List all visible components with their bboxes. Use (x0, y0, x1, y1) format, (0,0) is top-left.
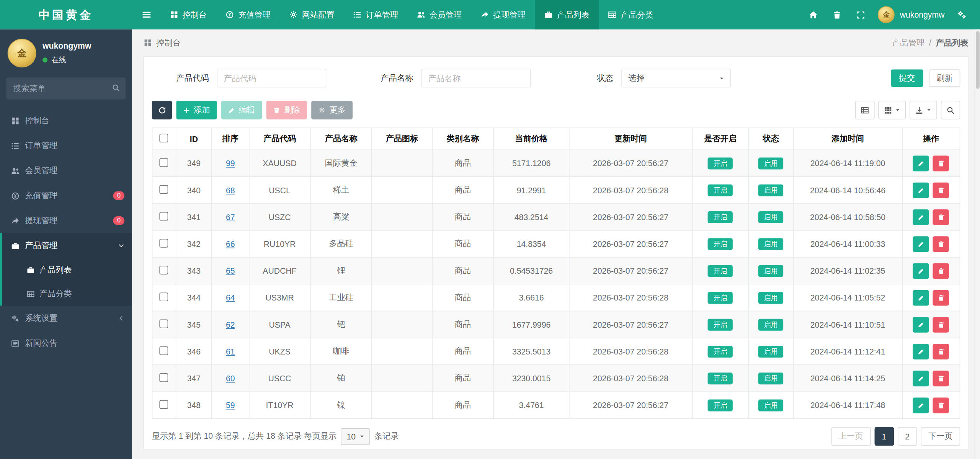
topnav-item-console[interactable]: 控制台 (161, 0, 216, 29)
refresh-button[interactable]: 刷新 (929, 69, 960, 87)
column-header-10[interactable]: 添加时间 (793, 128, 902, 150)
more-button[interactable]: 更多 (311, 101, 353, 119)
row-checkbox[interactable] (160, 346, 168, 355)
sort-link[interactable]: 62 (226, 320, 235, 329)
product-code-input[interactable] (217, 69, 327, 88)
row-delete-button[interactable] (933, 209, 949, 225)
page-button-page-2[interactable]: 2 (898, 427, 917, 446)
column-header-8[interactable]: 是否开启 (692, 128, 748, 150)
sort-link[interactable]: 64 (226, 293, 235, 302)
edit-button[interactable]: 编辑 (221, 101, 262, 119)
sidebar-item-orders[interactable]: 订单管理 (0, 133, 132, 158)
topnav-item-orders[interactable]: 订单管理 (344, 0, 408, 29)
row-edit-button[interactable] (913, 155, 929, 171)
fullscreen-button[interactable] (849, 0, 873, 29)
column-header-5[interactable]: 类别名称 (432, 128, 494, 150)
sidebar-toggle-button[interactable] (132, 0, 161, 29)
page-size-select[interactable]: 10 (341, 428, 370, 445)
row-delete-button[interactable] (933, 343, 949, 359)
row-edit-button[interactable] (913, 182, 929, 198)
topnav-item-members[interactable]: 会员管理 (408, 0, 472, 29)
sort-link[interactable]: 66 (226, 239, 235, 248)
breadcrumb-parent[interactable]: 产品管理 (892, 38, 924, 47)
search-toggle-button[interactable] (941, 101, 960, 119)
column-header-6[interactable]: 当前价格 (493, 128, 569, 150)
sort-link[interactable]: 59 (226, 400, 235, 410)
sort-link[interactable]: 65 (226, 266, 235, 275)
page-button-prev[interactable]: 上一页 (831, 427, 871, 446)
scrollbar[interactable] (975, 29, 980, 459)
user-menu[interactable]: 金 wukongymw (873, 0, 949, 29)
columns-button[interactable] (878, 101, 906, 119)
topnav-item-withdraw[interactable]: 提现管理 (471, 0, 535, 29)
sort-link[interactable]: 60 (226, 374, 235, 383)
column-header-11[interactable]: 操作 (902, 128, 960, 150)
row-edit-button[interactable] (913, 209, 929, 225)
add-button[interactable]: 添加 (176, 101, 217, 119)
submit-button[interactable]: 提交 (891, 69, 923, 87)
row-delete-button[interactable] (933, 317, 949, 332)
sidebar-subitem-product-category[interactable]: 产品分类 (2, 282, 132, 305)
row-delete-button[interactable] (933, 263, 949, 279)
row-checkbox[interactable] (160, 238, 168, 247)
sidebar-item-console[interactable]: 控制台 (0, 108, 132, 133)
row-edit-button[interactable] (913, 236, 929, 252)
sort-link[interactable]: 61 (226, 346, 235, 356)
column-header-1[interactable]: 排序 (212, 128, 249, 150)
row-checkbox[interactable] (160, 373, 168, 382)
detail-view-button[interactable] (855, 101, 875, 119)
topnav-item-product-category[interactable]: 产品分类 (599, 0, 663, 29)
sidebar-item-recharge[interactable]: 充值管理0 (0, 183, 132, 208)
clear-cache-button[interactable] (825, 0, 849, 29)
row-checkbox[interactable] (160, 292, 168, 301)
row-delete-button[interactable] (933, 236, 949, 252)
row-edit-button[interactable] (913, 263, 929, 279)
topnav-item-site-config[interactable]: 网站配置 (280, 0, 344, 29)
row-checkbox[interactable] (160, 185, 168, 194)
delete-button[interactable]: 删除 (266, 101, 307, 119)
sidebar-subitem-product-list[interactable]: 产品列表 (2, 258, 132, 282)
column-header-7[interactable]: 更新时间 (569, 128, 692, 150)
row-edit-button[interactable] (913, 371, 929, 386)
row-delete-button[interactable] (933, 182, 949, 198)
product-name-input[interactable] (421, 69, 531, 88)
sidebar-item-news[interactable]: 新闻公告 (0, 331, 132, 356)
sort-link[interactable]: 99 (226, 158, 235, 168)
row-delete-button[interactable] (933, 290, 949, 305)
row-delete-button[interactable] (933, 397, 949, 413)
table-refresh-button[interactable] (152, 101, 172, 119)
row-edit-button[interactable] (913, 317, 929, 332)
settings-button[interactable] (950, 0, 974, 29)
sidebar-item-products[interactable]: 产品管理 (2, 233, 132, 258)
page-button-page-1[interactable]: 1 (874, 427, 894, 446)
sidebar-user[interactable]: 金 wukongymw 在线 (0, 29, 132, 73)
sidebar-item-withdraw[interactable]: 提现管理0 (0, 208, 132, 233)
sidebar-item-members[interactable]: 会员管理 (0, 158, 132, 183)
column-header-9[interactable]: 状态 (748, 128, 793, 150)
sort-link[interactable]: 67 (226, 212, 235, 221)
column-header-0[interactable]: ID (176, 128, 212, 150)
menu-search-input[interactable] (6, 77, 126, 99)
page-button-next[interactable]: 下一页 (921, 427, 960, 446)
column-header-2[interactable]: 产品代码 (249, 128, 310, 150)
scrollbar-thumb[interactable] (976, 31, 980, 89)
topnav-item-recharge[interactable]: 充值管理 (216, 0, 280, 29)
row-edit-button[interactable] (913, 397, 929, 413)
sidebar-item-system-settings[interactable]: 系统设置 (0, 306, 132, 331)
row-delete-button[interactable] (933, 155, 949, 171)
select-all-checkbox[interactable] (160, 134, 168, 142)
row-checkbox[interactable] (160, 400, 168, 408)
row-checkbox[interactable] (160, 158, 168, 167)
row-delete-button[interactable] (933, 371, 949, 386)
row-edit-button[interactable] (913, 290, 929, 305)
sort-link[interactable]: 68 (226, 185, 235, 194)
row-checkbox[interactable] (160, 265, 168, 274)
topnav-item-product-list[interactable]: 产品列表 (535, 0, 599, 29)
row-checkbox[interactable] (160, 319, 168, 328)
column-header-4[interactable]: 产品图标 (372, 128, 432, 150)
export-button[interactable] (910, 101, 937, 119)
row-checkbox[interactable] (160, 212, 168, 221)
home-button[interactable] (802, 0, 825, 29)
status-select[interactable]: 选择 (621, 69, 731, 88)
row-edit-button[interactable] (913, 343, 929, 359)
